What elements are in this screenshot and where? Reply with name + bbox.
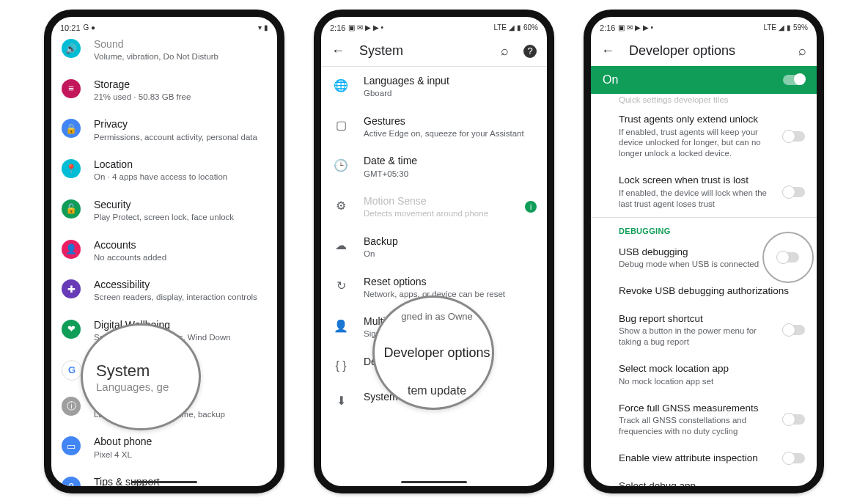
accounts-icon: 👤 [62,240,81,259]
status-app-icons: ▣ ✉ ▶ ▶ • [348,24,383,32]
clock-icon: 🕒 [331,155,350,175]
settings-row-about[interactable]: ▭ About phonePixel 4 XL [51,427,277,468]
usb-toggle[interactable] [777,252,799,262]
master-toggle-bar[interactable]: On [591,66,817,94]
net-label: LTE [493,24,507,32]
row-datetime[interactable]: 🕒 Date & timeGMT+05:30 [321,147,547,187]
row-motion[interactable]: ⚙ Motion SenseDetects movement around ph… [321,187,547,227]
toggle[interactable] [783,325,805,335]
battery-pct: 60% [523,24,538,32]
home-indicator[interactable] [131,481,197,483]
status-time: 10:21 [60,23,81,32]
settings-row-privacy[interactable]: 🔒 PrivacyPermissions, account activity, … [51,110,277,150]
location-icon: 📍 [62,159,81,178]
sound-icon: 🔊 [62,39,81,58]
status-app-icons: ▣ ✉ ▶ ▶ • [618,24,653,32]
header: ← Developer options ⌕ [591,36,817,66]
battery-pct: 59% [793,24,808,32]
status-bar: 2:16 ▣ ✉ ▶ ▶ • LTE ◢ ▮ 60% [321,17,547,36]
header: ← System ⌕ ? [321,36,547,66]
row-gestures[interactable]: ▢ GesturesActive Edge on, squeeze for yo… [321,107,547,147]
toggle[interactable] [783,414,805,425]
download-icon: ⬇ [331,392,350,411]
net-label: LTE [763,24,776,32]
about-icon: ▭ [62,436,81,455]
status-icons: G ● [84,24,96,32]
magnify-devoptions: gned in as Owne Developer options tem up… [372,295,494,410]
globe-icon: 🌐 [331,76,350,95]
battery-icon: ▮ [264,24,268,32]
system-icon: ⓘ [62,397,81,416]
toggle[interactable] [783,187,805,197]
battery-icon: ▮ [787,24,791,32]
braces-icon: { } [331,356,350,375]
signal-icon: ◢ [779,24,784,32]
settings-row-security[interactable]: 🔓 SecurityPlay Protect, screen lock, fac… [51,191,277,231]
gestures-icon: ▢ [331,116,350,135]
home-indicator[interactable] [401,481,467,483]
row-languages[interactable]: 🌐 Languages & inputGboard [321,67,547,107]
toggle[interactable] [783,453,805,463]
search-icon[interactable]: ⌕ [501,43,509,59]
reset-icon: ↻ [331,276,350,295]
page-title: System [359,43,486,59]
signal-icon: ◢ [509,24,515,32]
accessibility-icon: ✚ [62,279,81,298]
row-bugreport[interactable]: Bug report shortcutShow a button in the … [591,305,817,355]
security-icon: 🔓 [62,199,81,219]
settings-row-location[interactable]: 📍 LocationOn · 4 apps have access to loc… [51,150,277,191]
status-time: 2:16 [600,23,615,32]
battery-icon: ▮ [517,24,521,32]
row-mocklocation[interactable]: Select mock location appNo mock location… [591,355,817,394]
row-gnss[interactable]: Force full GNSS measurementsTrack all GN… [591,394,817,444]
help-icon[interactable]: ? [523,45,537,58]
back-icon[interactable]: ← [331,43,345,59]
motear-icon: ⚙ [331,196,350,215]
search-icon[interactable]: ⌕ [798,43,806,59]
wellbeing-icon: ❤ [62,320,81,339]
phone-settings: 10:21 G ● ▾ ▮ 🔊 SoundVolume, vibration, … [44,10,284,493]
phone-system: 2:16 ▣ ✉ ▶ ▶ • LTE ◢ ▮ 60% ← System ⌕ ? … [314,10,554,493]
status-bar: 2:16 ▣ ✉ ▶ ▶ • LTE ◢ ▮ 59% [591,17,817,36]
user-icon: 👤 [331,316,350,335]
storage-icon: ≡ [62,79,81,98]
row-lock-trust[interactable]: Lock screen when trust is lostIf enabled… [591,166,817,216]
tips-icon: ? [62,477,81,493]
info-icon[interactable]: i [525,201,537,213]
phone-devoptions: 2:16 ▣ ✉ ▶ ▶ • LTE ◢ ▮ 59% ← Developer o… [584,10,824,493]
settings-row-sound[interactable]: 🔊 SoundVolume, vibration, Do Not Disturb [51,30,277,70]
cloud-icon: ☁ [331,236,350,255]
row-backup[interactable]: ☁ BackupOn [321,227,547,268]
settings-row-accounts[interactable]: 👤 AccountsNo accounts added [51,231,277,271]
back-icon[interactable]: ← [601,43,614,59]
row-debugapp[interactable]: Select debug app [591,472,817,493]
on-label: On [603,73,618,87]
settings-row-accessibility[interactable]: ✚ AccessibilityScreen readers, display, … [51,271,277,311]
row-trust-extend[interactable]: Trust agents only extend unlockIf enable… [591,106,817,166]
status-time: 2:16 [330,23,345,32]
toggle[interactable] [783,131,805,142]
privacy-icon: 🔒 [62,119,81,138]
google-icon: G [62,360,82,381]
settings-row-storage[interactable]: ≡ Storage21% used · 50.83 GB free [51,70,277,111]
page-title: Developer options [629,43,784,59]
magnify-system: System Languages, ge [81,323,201,430]
magnify-usb-toggle [762,232,814,283]
row-cut: Quick settings developer tiles [591,94,817,106]
row-viewattr[interactable]: Enable view attribute inspection [591,444,817,472]
master-toggle[interactable] [783,75,805,85]
wifi-icon: ▾ [258,24,262,32]
